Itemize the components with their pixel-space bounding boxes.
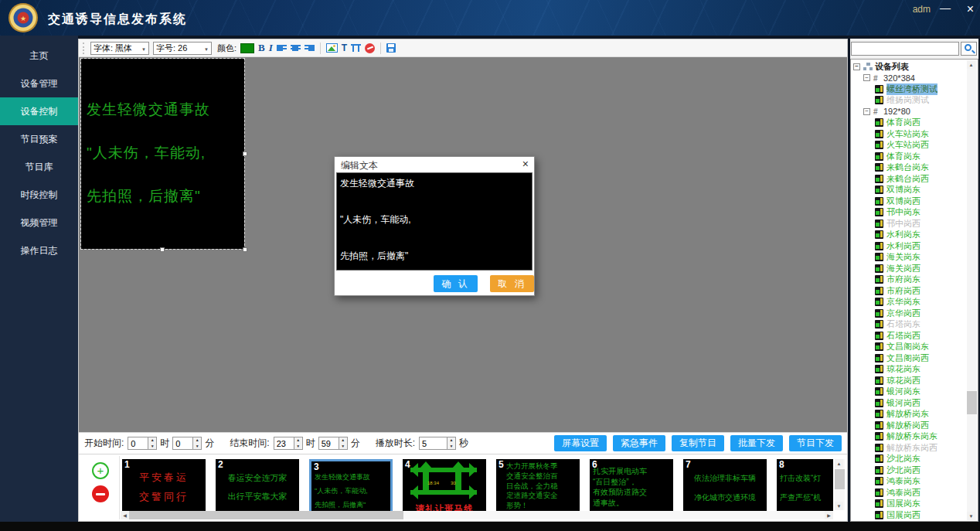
scroll-down-icon[interactable] xyxy=(967,512,975,520)
device-item[interactable]: 京华岗东 xyxy=(851,297,978,308)
playlist-item-1[interactable]: 1平安春运交警同行 xyxy=(122,459,206,515)
close-button[interactable]: × xyxy=(967,2,974,16)
device-item[interactable]: 鸿泰岗东 xyxy=(851,476,978,488)
sidebar-item-5[interactable]: 节目库 xyxy=(0,153,78,181)
color-swatch[interactable] xyxy=(240,43,254,53)
playlist-item-4[interactable]: 418:3430请礼让斑马线 xyxy=(403,459,486,515)
forbid-sign-icon[interactable] xyxy=(365,43,375,53)
action-button-3[interactable]: 复制节目 xyxy=(672,435,724,451)
remove-frame-button[interactable] xyxy=(92,485,109,502)
device-item[interactable]: 沙北岗西 xyxy=(851,465,978,476)
device-item[interactable]: 体育岗东 xyxy=(851,151,978,162)
duration-stepper[interactable] xyxy=(447,437,456,450)
device-item[interactable]: 邗中岗西 xyxy=(851,218,978,230)
align-left-icon[interactable] xyxy=(277,44,287,53)
device-item[interactable]: 沙北岗东 xyxy=(851,454,978,465)
device-item[interactable]: 国展岗西 xyxy=(851,509,978,521)
device-item[interactable]: 国展岗东 xyxy=(851,499,978,510)
sidebar-item-8[interactable]: 操作日志 xyxy=(0,237,78,264)
align-center-icon[interactable] xyxy=(291,44,301,53)
device-item[interactable]: 解放桥东岗东 xyxy=(851,431,978,443)
collapse-icon[interactable] xyxy=(863,74,870,81)
device-item[interactable]: 水利岗东 xyxy=(851,230,978,241)
sidebar-item-4[interactable]: 节目预案 xyxy=(0,125,78,153)
device-item[interactable]: 邗中岗东 xyxy=(851,207,978,219)
device-item[interactable]: 市府岗东 xyxy=(851,274,978,286)
start-minute-stepper[interactable] xyxy=(192,437,202,450)
device-item[interactable]: 海关岗西 xyxy=(851,263,978,274)
device-item[interactable]: 文昌阁岗西 xyxy=(851,352,978,364)
playlist-item-6[interactable]: 6扎实开展电动车“百日整治”，有效预防道路交通事故。 xyxy=(590,459,673,515)
insert-image-icon[interactable] xyxy=(326,43,338,53)
playlist-item-8[interactable]: 8打击改装“灯严查严惩“机 xyxy=(777,459,833,515)
resize-handle[interactable] xyxy=(243,151,247,156)
duration-input[interactable] xyxy=(419,437,447,450)
device-item[interactable]: 解放桥东岗西 xyxy=(851,442,978,454)
scrollbar-thumb[interactable] xyxy=(835,469,845,489)
sidebar-item-2[interactable]: 设备管理 xyxy=(0,70,78,97)
device-item[interactable]: 鸿泰岗西 xyxy=(851,487,978,499)
minimize-button[interactable]: — xyxy=(940,2,951,14)
device-item[interactable]: 双博岗西 xyxy=(851,196,978,207)
device-item[interactable]: 螺丝湾桥测试 xyxy=(851,83,978,95)
device-item[interactable]: 维扬岗测试 xyxy=(851,95,978,107)
font-family-select[interactable]: 字体: 黑体 xyxy=(90,42,149,55)
device-item[interactable]: 解放桥岗东 xyxy=(851,409,978,420)
action-button-5[interactable]: 节目下发 xyxy=(789,435,842,451)
device-item[interactable]: 火车站岗东 xyxy=(851,128,978,140)
search-button[interactable] xyxy=(961,42,977,56)
scroll-right-icon[interactable] xyxy=(825,511,833,519)
device-item[interactable]: 文昌阁岗东 xyxy=(851,342,978,353)
device-item[interactable]: 琼花岗东 xyxy=(851,364,978,376)
device-item[interactable]: 市府岗西 xyxy=(851,285,978,297)
align-right-icon[interactable] xyxy=(305,44,315,53)
device-item[interactable]: 解放桥岗西 xyxy=(851,420,978,431)
sidebar-item-7[interactable]: 视频管理 xyxy=(0,209,78,237)
device-item[interactable]: 火车站岗西 xyxy=(851,140,978,151)
scroll-left-icon[interactable] xyxy=(121,511,129,519)
playlist-item-3[interactable]: 3发生轻微交通事故"人未伤，车能动,先拍照，后撤离" xyxy=(309,459,393,515)
device-item[interactable]: 水利岗西 xyxy=(851,240,978,252)
insert-text-icon[interactable]: T xyxy=(342,43,347,53)
device-item[interactable]: 京华岗西 xyxy=(851,308,978,319)
end-hour-stepper[interactable] xyxy=(294,437,303,450)
device-search-input[interactable] xyxy=(851,42,959,56)
tree-scrollbar[interactable] xyxy=(967,60,977,520)
scrollbar-thumb[interactable] xyxy=(129,511,403,519)
device-item[interactable]: 双博岗东 xyxy=(851,185,978,196)
device-item[interactable]: 体育岗西 xyxy=(851,117,978,129)
device-item[interactable]: 来鹤台岗西 xyxy=(851,173,978,185)
dialog-close-icon[interactable]: × xyxy=(522,158,529,170)
scrollbar-thumb[interactable] xyxy=(967,391,977,414)
scroll-down-icon[interactable] xyxy=(835,502,843,510)
playlist-item-5[interactable]: 5大力开展秋冬季交通安全整治百日会战，全力稳定道路交通安全形势！ xyxy=(496,459,580,515)
bold-button[interactable]: B xyxy=(258,42,265,54)
scroll-up-icon[interactable] xyxy=(967,60,975,69)
tree-group-192*80[interactable]: 192*80 xyxy=(851,106,978,117)
sidebar-item-3[interactable]: 设备控制 xyxy=(0,97,78,125)
collapse-icon[interactable] xyxy=(853,63,860,70)
italic-button[interactable]: I xyxy=(269,42,273,54)
scrollbar-track[interactable] xyxy=(129,511,825,519)
scroll-up-icon[interactable] xyxy=(835,459,843,468)
end-hour-input[interactable] xyxy=(274,437,294,450)
device-item[interactable]: 银河岗东 xyxy=(851,386,978,398)
font-size-select[interactable]: 字号: 26 xyxy=(153,42,212,55)
device-item[interactable]: 琼花岗西 xyxy=(851,375,978,386)
start-hour-input[interactable] xyxy=(128,437,148,450)
tree-group-320*384[interactable]: 320*384 xyxy=(851,73,978,84)
led-screen-preview[interactable]: 发生轻微交通事故 "人未伤，车能动, 先拍照，后撤离" xyxy=(81,59,244,249)
device-item[interactable]: 来鹤台岗东 xyxy=(851,162,978,174)
device-item[interactable]: 银河岗西 xyxy=(851,397,978,409)
device-item[interactable]: 石塔岗西 xyxy=(851,330,978,342)
dialog-textarea[interactable]: 发生轻微交通事故 "人未伤，车能动, 先拍照，后撤离" xyxy=(336,172,533,271)
end-minute-input[interactable] xyxy=(318,437,339,450)
save-icon[interactable] xyxy=(386,43,396,53)
action-button-1[interactable]: 屏幕设置 xyxy=(554,435,607,451)
playlist-item-2[interactable]: 2春运安全连万家出行平安靠大家 xyxy=(216,459,299,515)
start-hour-stepper[interactable] xyxy=(148,437,157,450)
resize-handle[interactable] xyxy=(243,247,247,252)
collapse-icon[interactable] xyxy=(863,108,870,115)
start-minute-input[interactable] xyxy=(172,437,192,450)
playlist-item-7[interactable]: 7依法治理非标车辆净化城市交通环境 xyxy=(683,459,767,515)
